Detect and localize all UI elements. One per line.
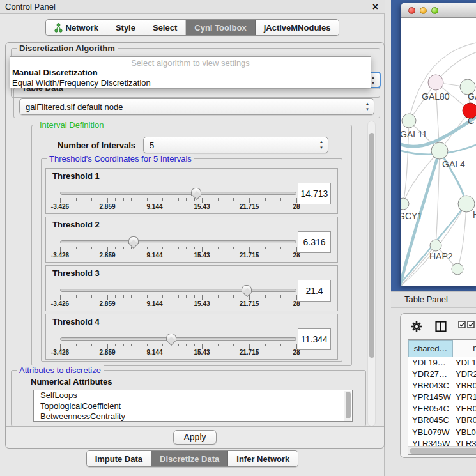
- table-hscrollbar[interactable]: [408, 446, 476, 454]
- group-title: Interval Definition: [37, 120, 106, 130]
- tab[interactable]: Cyni Toolbox: [186, 20, 255, 35]
- control-panel-titlebar: Control Panel ×: [0, 0, 385, 14]
- tick-mark: [178, 344, 179, 346]
- network-node[interactable]: [401, 198, 409, 210]
- network-node-label: GCY1: [401, 211, 422, 221]
- threshold-slider[interactable]: -3.4262.8599.14415.4321.71528: [60, 334, 296, 358]
- tick-mark: [226, 198, 226, 201]
- threshold-slider[interactable]: -3.4262.8599.14415.4321.71528: [60, 285, 296, 309]
- slider-thumb[interactable]: [166, 334, 176, 341]
- column-header-shared-name[interactable]: shared…: [408, 340, 453, 357]
- table-row[interactable]: YPR145W YPR1…: [408, 392, 476, 404]
- scrollbar-thumb[interactable]: [369, 133, 374, 358]
- table-row[interactable]: YBL079W YBL0…: [408, 427, 476, 439]
- network-node[interactable]: [430, 240, 441, 251]
- slider-ticks: [60, 295, 296, 300]
- table-row[interactable]: YDR27… YDR2…: [408, 369, 476, 381]
- number-of-intervals-combobox[interactable]: 5 ▲▼: [143, 137, 328, 153]
- column-header-name[interactable]: na…: [453, 340, 476, 357]
- tab[interactable]: jActiveMNodules: [256, 20, 339, 35]
- tick-mark: [147, 344, 148, 346]
- tab[interactable]: Select: [144, 20, 186, 35]
- dropdown-item-equal-width[interactable]: Equal Width/Frequency Discretization: [12, 78, 151, 88]
- table-row[interactable]: YER054C YER0…: [408, 404, 476, 415]
- combo-stepper-icon[interactable]: ▲▼: [319, 139, 323, 151]
- tick-label: -3.426: [51, 349, 69, 356]
- table-data-combobox[interactable]: galFiltered.sif default node ▲▼: [19, 98, 374, 115]
- tick-mark: [194, 344, 195, 346]
- threshold-slider[interactable]: -3.4262.8599.14415.4321.71528: [60, 188, 296, 212]
- network-node[interactable]: [431, 142, 448, 159]
- network-canvas[interactable]: GAL80GACGAL11GAL4GCY1HHAP2: [401, 19, 476, 286]
- tab[interactable]: Network: [46, 20, 107, 35]
- slider-track[interactable]: [60, 192, 296, 195]
- table-panel-title: Table Panel: [404, 295, 448, 304]
- attribute-list-item[interactable]: SelfLoops: [34, 390, 352, 401]
- table-panel-titlebar: Table Panel: [391, 291, 476, 308]
- tick-mark: [91, 344, 92, 346]
- scrollbar-thumb[interactable]: [346, 392, 351, 418]
- tick-mark: [123, 247, 124, 249]
- numerical-attributes-label: Numerical Attributes: [31, 377, 112, 387]
- window-close-icon[interactable]: [408, 7, 415, 14]
- combo-stepper-icon[interactable]: ▲▼: [371, 75, 375, 86]
- threshold-slider[interactable]: -3.4262.8599.14415.4321.71528: [60, 236, 296, 261]
- window-zoom-icon[interactable]: [431, 7, 438, 14]
- threshold-value-field[interactable]: 11.344: [298, 328, 331, 350]
- checkbox-checked-icon[interactable]: [467, 321, 475, 328]
- tick-mark: [162, 247, 163, 249]
- tab[interactable]: Impute Data: [87, 451, 151, 466]
- slider-track[interactable]: [60, 337, 296, 341]
- table-row[interactable]: YBR043C YBR0…: [408, 381, 476, 392]
- network-node[interactable]: [402, 114, 416, 128]
- attribute-list-item[interactable]: TopologicalCoefficient: [34, 401, 352, 412]
- slider-track[interactable]: [60, 289, 296, 292]
- table-row[interactable]: YBR045C YBR0…: [408, 415, 476, 427]
- network-node-label: GAL11: [401, 129, 427, 139]
- slider-thumb[interactable]: [128, 236, 139, 244]
- attribute-list-item[interactable]: BetweennessCentrality: [34, 411, 352, 422]
- combo-stepper-icon[interactable]: ▲▼: [365, 101, 369, 112]
- apply-button[interactable]: Apply: [173, 430, 217, 445]
- network-node[interactable]: [428, 75, 443, 90]
- network-view-window[interactable]: GAL80GACGAL11GAL4GCY1HHAP2: [401, 3, 476, 286]
- tick-label: 21.715: [240, 203, 259, 210]
- tick-label: -3.426: [51, 203, 69, 210]
- table-row[interactable]: YDL19… YDL1…: [408, 358, 476, 369]
- threshold-value-field[interactable]: 21.4: [298, 280, 331, 302]
- checkbox-checked-icon[interactable]: [458, 321, 466, 328]
- tick-mark: [60, 198, 61, 203]
- tick-mark: [257, 198, 257, 201]
- table-header: shared… na…: [408, 340, 476, 357]
- tick-mark: [178, 247, 179, 249]
- tick-mark: [194, 295, 195, 298]
- scrollbar-thumb[interactable]: [410, 448, 476, 454]
- panel-scrollbar[interactable]: [367, 121, 376, 426]
- threshold-value-field[interactable]: 6.316: [298, 231, 331, 253]
- attributes-list[interactable]: SelfLoopsTopologicalCoefficientBetweenne…: [33, 390, 353, 422]
- dropdown-item-manual[interactable]: Manual Discretization: [12, 68, 98, 77]
- close-icon[interactable]: ×: [372, 1, 378, 13]
- slider-track[interactable]: [60, 240, 296, 243]
- tick-mark: [289, 344, 289, 346]
- network-node-label: GAL4: [442, 159, 465, 169]
- threshold-value-field[interactable]: 14.713: [298, 183, 331, 204]
- network-node[interactable]: [452, 263, 463, 275]
- slider-thumb[interactable]: [191, 188, 201, 196]
- tick-mark: [84, 198, 84, 201]
- tick-mark: [76, 344, 77, 346]
- slider-thumb[interactable]: [242, 285, 252, 293]
- columns-icon[interactable]: [435, 321, 447, 332]
- float-window-icon[interactable]: [358, 4, 364, 10]
- tab[interactable]: Infer Network: [228, 451, 298, 466]
- slider-tick-labels: -3.4262.8599.14415.4321.71528: [60, 300, 296, 308]
- list-scrollbar[interactable]: [344, 391, 351, 422]
- tick-mark: [100, 247, 100, 249]
- network-window-titlebar[interactable]: [401, 3, 476, 18]
- tick-label: 21.715: [240, 252, 259, 259]
- tick-mark: [139, 344, 139, 346]
- window-minimize-icon[interactable]: [420, 7, 427, 14]
- gear-icon[interactable]: [411, 321, 422, 332]
- tab[interactable]: Discretize Data: [151, 451, 228, 466]
- tab[interactable]: Style: [107, 20, 144, 35]
